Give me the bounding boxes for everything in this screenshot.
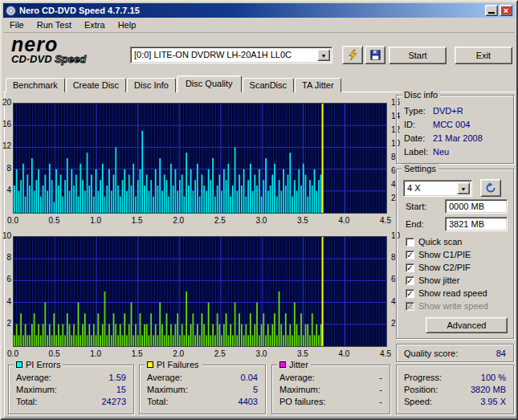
pi-failures-swatch-icon bbox=[147, 361, 153, 368]
checkbox-show-c1-pie[interactable]: ✓Show C1/PIE bbox=[397, 248, 513, 261]
checkbox-show-jitter[interactable]: ✓Show jitter bbox=[397, 274, 513, 287]
legend-label: Average: bbox=[147, 373, 182, 382]
end-input[interactable]: 3821 MB bbox=[445, 217, 508, 231]
speed-select[interactable]: 4 X ▼ bbox=[403, 180, 472, 197]
test-options-button[interactable] bbox=[342, 46, 363, 64]
checkbox-icon[interactable]: ✓ bbox=[406, 289, 414, 298]
position-value: 3820 MB bbox=[471, 385, 506, 394]
chevron-down-icon[interactable]: ▼ bbox=[317, 49, 330, 61]
checkbox-icon[interactable] bbox=[406, 238, 414, 247]
checkbox-icon: ✓ bbox=[406, 302, 414, 311]
legend-label: PO failures: bbox=[279, 397, 325, 406]
legend-value: - bbox=[379, 373, 382, 382]
chevron-down-icon[interactable]: ▼ bbox=[457, 182, 470, 194]
start-input[interactable]: 0000 MB bbox=[445, 199, 508, 214]
legend-row: Total:24273 bbox=[9, 395, 133, 407]
minimize-button[interactable] bbox=[485, 5, 498, 16]
nero-brand-text: nero bbox=[11, 35, 128, 53]
tick-label: 3.5 bbox=[294, 349, 312, 358]
tick-label: 2 bbox=[6, 319, 11, 328]
quality-score-value: 84 bbox=[496, 349, 506, 358]
progress-group: Progress:100 % Position:3820 MB Speed:3.… bbox=[396, 365, 514, 414]
checkbox-show-c2-pif[interactable]: ✓Show C2/PIF bbox=[397, 261, 513, 274]
tab-ta-jitter[interactable]: TA Jitter bbox=[295, 78, 341, 92]
tab-disc-info[interactable]: Disc Info bbox=[127, 78, 176, 92]
legend-row: Total:4403 bbox=[140, 395, 265, 407]
settings-checkbox-list: Quick scan✓Show C1/PIE✓Show C2/PIF✓Show … bbox=[397, 235, 513, 312]
legend-label: Total: bbox=[16, 397, 37, 406]
checkbox-show-read-speed[interactable]: ✓Show read speed bbox=[397, 287, 513, 300]
disc-info-row: Date:21 Mar 2008 bbox=[397, 131, 513, 145]
pi-failures-x-axis: 0.00.51.01.52.02.53.03.54.04.5 bbox=[13, 349, 387, 359]
tick-label: 3.0 bbox=[252, 349, 270, 358]
disc-info-row: ID:MCC 004 bbox=[397, 117, 513, 131]
speed-value: 3.95 X bbox=[480, 397, 506, 406]
tick-label: 0.0 bbox=[4, 216, 22, 225]
tick-label: 4.0 bbox=[335, 349, 353, 358]
tab-scandisc[interactable]: ScanDisc bbox=[243, 78, 294, 92]
tick-label: 8 bbox=[6, 253, 11, 262]
checkbox-label: Show write speed bbox=[418, 301, 488, 311]
checkbox-label: Quick scan bbox=[418, 237, 462, 247]
pi-errors-left-axis: 20161284 bbox=[2, 103, 12, 214]
pi-errors-chart: 20161284 161412108642 0.00.51.01.52.02.5… bbox=[2, 103, 407, 227]
lightning-icon bbox=[347, 49, 359, 61]
checkbox-icon[interactable]: ✓ bbox=[406, 276, 414, 285]
quality-score-row: Quality score: 84 bbox=[397, 345, 513, 361]
advanced-button[interactable]: Advanced bbox=[426, 317, 508, 333]
position-label: Position: bbox=[404, 385, 438, 394]
tab-create-disc[interactable]: Create Disc bbox=[66, 78, 126, 92]
tick-label: 6 bbox=[6, 275, 11, 283]
tick-label: 3.0 bbox=[252, 216, 270, 225]
legend-row: Average:0.04 bbox=[140, 371, 265, 383]
legend-label: Maximum: bbox=[147, 385, 188, 394]
tick-label: 4 bbox=[6, 297, 11, 306]
disc-info-value: DVD+R bbox=[433, 106, 463, 116]
pi-failures-legend-title: PI Failures bbox=[145, 360, 202, 369]
start-button[interactable]: Start bbox=[389, 47, 447, 64]
nero-logo: nero CD·DVD Speed bbox=[11, 35, 128, 65]
tick-label: 2.0 bbox=[169, 349, 187, 358]
menu-file[interactable]: File bbox=[3, 18, 31, 31]
tick-label: 8 bbox=[6, 164, 11, 173]
checkbox-quick-scan[interactable]: Quick scan bbox=[397, 235, 513, 248]
save-button[interactable] bbox=[365, 46, 385, 64]
tick-label: 8 bbox=[391, 253, 396, 262]
tick-label: 0.0 bbox=[4, 349, 22, 358]
legend-value: 1.59 bbox=[109, 373, 126, 382]
tick-label: 16 bbox=[2, 120, 11, 128]
refresh-button[interactable] bbox=[480, 179, 501, 197]
tick-label: 1.0 bbox=[87, 349, 104, 358]
tab-disc-quality[interactable]: Disc Quality bbox=[177, 75, 242, 92]
tick-label: 20 bbox=[2, 98, 11, 107]
legend-title-text: PI Failures bbox=[157, 360, 199, 369]
tick-label: 12 bbox=[2, 141, 11, 150]
tick-label: 2.0 bbox=[169, 216, 187, 225]
window-title: Nero CD-DVD Speed 4.7.7.15 bbox=[19, 6, 483, 15]
pi-failures-legend-group: PI Failures Average:0.04 Maximum:5 Total… bbox=[139, 365, 266, 414]
menu-help[interactable]: Help bbox=[112, 18, 143, 31]
pi-errors-legend-title: PI Errors bbox=[14, 360, 63, 369]
app-window: Nero CD-DVD Speed 4.7.7.15 × File Run Te… bbox=[0, 0, 518, 420]
menu-extra[interactable]: Extra bbox=[78, 18, 112, 31]
disc-info-title: Disc info bbox=[402, 90, 440, 100]
legend-row: Maximum:15 bbox=[9, 383, 133, 395]
legend-value: 0.04 bbox=[241, 373, 258, 382]
drive-select[interactable]: [0:0] LITE-ON DVDRW LH-20A1H LL0C ▼ bbox=[130, 47, 332, 63]
legend-title-text: Jitter bbox=[289, 360, 308, 369]
checkbox-show-write-speed: ✓Show write speed bbox=[397, 300, 513, 312]
menu-run-test[interactable]: Run Test bbox=[31, 18, 78, 31]
end-field-label: End: bbox=[406, 219, 424, 229]
settings-group: Settings 4 X ▼ Start: 0000 MB End: 3821 … bbox=[396, 169, 514, 339]
exit-button[interactable]: Exit bbox=[455, 47, 512, 64]
refresh-icon bbox=[485, 182, 496, 194]
product-right: Speed bbox=[55, 53, 86, 65]
disc-info-value: 21 Mar 2008 bbox=[433, 133, 483, 143]
jitter-swatch-icon bbox=[279, 361, 286, 368]
tick-label: 6 bbox=[391, 275, 396, 283]
legend-row: Maximum:- bbox=[272, 383, 390, 395]
checkbox-icon[interactable]: ✓ bbox=[406, 263, 414, 272]
checkbox-icon[interactable]: ✓ bbox=[406, 251, 414, 259]
close-button[interactable]: × bbox=[500, 5, 512, 16]
tab-benchmark[interactable]: Benchmark bbox=[6, 78, 65, 92]
